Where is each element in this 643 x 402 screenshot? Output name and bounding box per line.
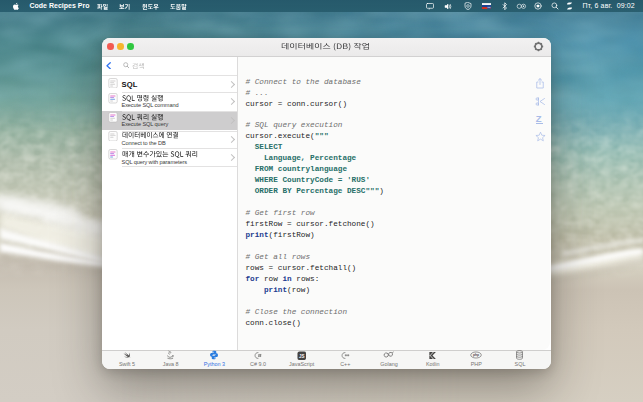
- svg-text:php: php: [473, 353, 479, 357]
- svg-text:JS: JS: [299, 353, 305, 358]
- svg-text:РУ: РУ: [487, 6, 491, 9]
